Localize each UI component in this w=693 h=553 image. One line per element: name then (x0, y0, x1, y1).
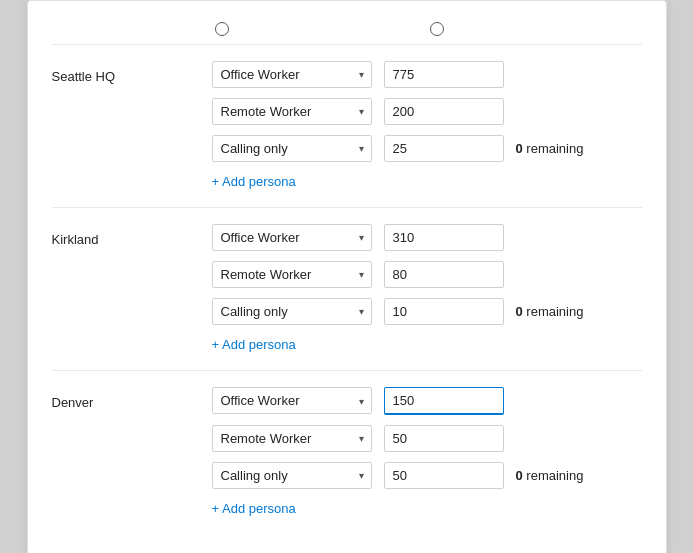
remaining-text-1-2: 0 remaining (516, 304, 584, 319)
persona-select-0-0[interactable]: Office WorkerRemote WorkerCalling only (212, 61, 372, 88)
add-persona-btn-2[interactable]: + Add persona (212, 499, 296, 518)
persona-row-2-1: Office WorkerRemote WorkerCalling only▾ (212, 425, 642, 452)
select-wrapper-2-1: Office WorkerRemote WorkerCalling only▾ (212, 425, 372, 452)
persona-row-1-1: Office WorkerRemote WorkerCalling only▾ (212, 261, 642, 288)
count-input-2-1[interactable] (384, 425, 504, 452)
zero-span: 0 (516, 141, 523, 156)
persona-select-1-2[interactable]: Office WorkerRemote WorkerCalling only (212, 298, 372, 325)
count-input-0-2[interactable] (384, 135, 504, 162)
network-site-col-header (52, 21, 212, 36)
select-wrapper-2-2: Office WorkerRemote WorkerCalling only▾ (212, 462, 372, 489)
select-wrapper-1-2: Office WorkerRemote WorkerCalling only▾ (212, 298, 372, 325)
site-section-kirkland: KirklandOffice WorkerRemote WorkerCallin… (52, 207, 642, 370)
persona-col-header (212, 21, 427, 36)
site-name-1: Kirkland (52, 224, 212, 354)
persona-row-1-2: Office WorkerRemote WorkerCalling only▾0… (212, 298, 642, 325)
main-card: Seattle HQOffice WorkerRemote WorkerCall… (27, 0, 667, 553)
count-input-1-1[interactable] (384, 261, 504, 288)
select-wrapper-1-0: Office WorkerRemote WorkerCalling only▾ (212, 224, 372, 251)
select-wrapper-0-1: Office WorkerRemote WorkerCalling only▾ (212, 98, 372, 125)
persona-row-2-0: Office WorkerRemote WorkerCalling only▾ (212, 387, 642, 415)
select-wrapper-2-0: Office WorkerRemote WorkerCalling only▾ (212, 387, 372, 414)
remaining-text-0-2: 0 remaining (516, 141, 584, 156)
count-input-1-2[interactable] (384, 298, 504, 325)
persona-row-0-1: Office WorkerRemote WorkerCalling only▾ (212, 98, 642, 125)
count-input-2-0[interactable] (384, 387, 504, 415)
select-wrapper-0-2: Office WorkerRemote WorkerCalling only▾ (212, 135, 372, 162)
persona-select-1-0[interactable]: Office WorkerRemote WorkerCalling only (212, 224, 372, 251)
persona-select-0-2[interactable]: Office WorkerRemote WorkerCalling only (212, 135, 372, 162)
sites-container: Seattle HQOffice WorkerRemote WorkerCall… (52, 44, 642, 534)
select-wrapper-0-0: Office WorkerRemote WorkerCalling only▾ (212, 61, 372, 88)
persona-info-icon[interactable] (215, 22, 229, 36)
persona-row-0-0: Office WorkerRemote WorkerCalling only▾ (212, 61, 642, 88)
personas-col-0: Office WorkerRemote WorkerCalling only▾O… (212, 61, 642, 191)
table-header (52, 21, 642, 44)
personas-col-1: Office WorkerRemote WorkerCalling only▾O… (212, 224, 642, 354)
personas-col-2: Office WorkerRemote WorkerCalling only▾O… (212, 387, 642, 518)
add-persona-btn-0[interactable]: + Add persona (212, 172, 296, 191)
user-count-info-icon[interactable] (430, 22, 444, 36)
persona-select-1-1[interactable]: Office WorkerRemote WorkerCalling only (212, 261, 372, 288)
select-wrapper-1-1: Office WorkerRemote WorkerCalling only▾ (212, 261, 372, 288)
persona-row-0-2: Office WorkerRemote WorkerCalling only▾0… (212, 135, 642, 162)
persona-select-2-1[interactable]: Office WorkerRemote WorkerCalling only (212, 425, 372, 452)
site-section-seattle-hq: Seattle HQOffice WorkerRemote WorkerCall… (52, 44, 642, 207)
site-section-denver: DenverOffice WorkerRemote WorkerCalling … (52, 370, 642, 534)
persona-row-2-2: Office WorkerRemote WorkerCalling only▾0… (212, 462, 642, 489)
user-count-col-header (427, 21, 642, 36)
zero-span: 0 (516, 304, 523, 319)
remaining-text-2-2: 0 remaining (516, 468, 584, 483)
count-input-1-0[interactable] (384, 224, 504, 251)
count-input-0-0[interactable] (384, 61, 504, 88)
site-name-0: Seattle HQ (52, 61, 212, 191)
persona-select-2-2[interactable]: Office WorkerRemote WorkerCalling only (212, 462, 372, 489)
persona-select-2-0[interactable]: Office WorkerRemote WorkerCalling only (212, 387, 372, 414)
site-name-2: Denver (52, 387, 212, 518)
add-persona-btn-1[interactable]: + Add persona (212, 335, 296, 354)
persona-select-0-1[interactable]: Office WorkerRemote WorkerCalling only (212, 98, 372, 125)
zero-span: 0 (516, 468, 523, 483)
count-input-0-1[interactable] (384, 98, 504, 125)
count-input-2-2[interactable] (384, 462, 504, 489)
persona-row-1-0: Office WorkerRemote WorkerCalling only▾ (212, 224, 642, 251)
